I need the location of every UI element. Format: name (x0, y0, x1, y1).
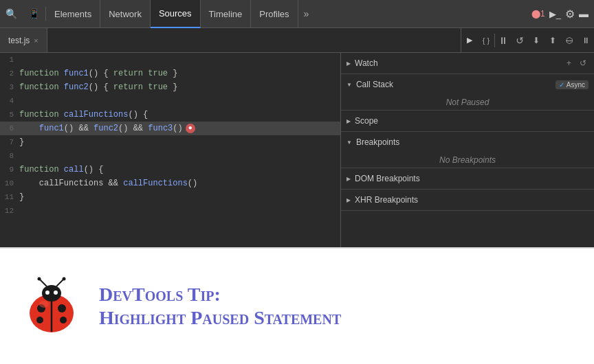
section-action-btn-1[interactable]: ↺ (578, 58, 588, 68)
debug-run-btn[interactable]: ▶ (461, 32, 478, 49)
dock-icon[interactable]: ▬ (579, 8, 588, 19)
svg-point-10 (63, 277, 66, 281)
code-line-6: 6 func1() && func2() && func3()● (0, 122, 340, 135)
step-out-btn[interactable]: ⬆ (544, 32, 561, 49)
async-badge[interactable]: ✓Async (556, 80, 588, 89)
step-over-btn[interactable]: ↻ (512, 32, 528, 49)
section-header-call-stack[interactable]: ▼Call Stack✓Async (341, 74, 594, 95)
code-line-7: 7} (0, 135, 340, 149)
section-header-breakpoints[interactable]: ▼Breakpoints (341, 132, 594, 152)
svg-point-6 (60, 317, 67, 323)
code-line-1: 1 (0, 53, 340, 67)
tip-label: DevTools Tip: (99, 283, 341, 306)
debug-controls: ▶ { } ⏸ ↻ ⬇ ⬆ ⬡ ⏸ (461, 28, 594, 52)
section-label: Watch (355, 58, 378, 68)
section-body-breakpoints: No Breakpoints (341, 152, 594, 168)
svg-point-4 (58, 304, 66, 312)
svg-point-13 (39, 301, 49, 308)
code-line-5: 5function callFunctions() { (0, 108, 340, 122)
devtools-toolbar: 🔍 📱 Elements Network Sources Timeline Pr… (0, 0, 594, 28)
toolbar-right: ⬤1 ▶_ ⚙ ▬ (531, 8, 594, 21)
section-breakpoints: ▼BreakpointsNo Breakpoints (341, 132, 594, 168)
code-line-3: 3function func2() { return true } (0, 80, 340, 94)
file-tabbar: test.js × ▶ { } ⏸ ↻ ⬇ ⬆ ⬡ ⏸ (0, 28, 594, 53)
search-icon[interactable]: 🔍 (0, 8, 23, 19)
svg-point-11 (45, 291, 50, 295)
check-icon: ✓ (559, 81, 564, 89)
tab-sources[interactable]: Sources (151, 0, 201, 28)
section-action-btn-0[interactable]: + (564, 58, 573, 68)
section-scope: ▶Scope (341, 111, 594, 132)
section-body-call-stack: Not Paused (341, 95, 594, 110)
section-header-watch[interactable]: ▶Watch+↺ (341, 53, 594, 73)
svg-line-7 (40, 280, 47, 286)
section-label: Call Stack (356, 80, 393, 89)
section-label: Breakpoints (356, 137, 399, 147)
code-panel: 12function func1() { return true }3funct… (0, 53, 341, 247)
mobile-icon[interactable]: 📱 (23, 8, 45, 19)
settings-icon[interactable]: ⚙ (565, 8, 575, 21)
file-tab-name: test.js (8, 36, 30, 45)
file-tab-close[interactable]: × (34, 36, 38, 45)
pause-exception-btn[interactable]: ⏸ (578, 32, 594, 49)
section-call-stack: ▼Call Stack✓AsyncNot Paused (341, 74, 594, 111)
code-line-4: 4 (0, 94, 340, 108)
code-line-9: 9function call() { (0, 163, 340, 177)
svg-point-12 (54, 291, 58, 295)
section-header-xhr-breakpoints[interactable]: ▶XHR Breakpoints (341, 190, 594, 210)
triangle-icon: ▶ (346, 60, 351, 67)
triangle-icon: ▶ (346, 197, 351, 203)
debug-format-btn[interactable]: { } (478, 32, 494, 49)
tab-profiles[interactable]: Profiles (251, 0, 298, 28)
svg-point-8 (38, 277, 41, 281)
section-label: XHR Breakpoints (355, 195, 418, 205)
triangle-icon: ▼ (346, 82, 352, 88)
tip-text: DevTools Tip: Highlight Paused Statement (99, 283, 341, 329)
code-line-10: 10 callFunctions && callFunctions() (0, 177, 340, 190)
deactivate-btn[interactable]: ⬡ (561, 32, 578, 49)
file-tab-testjs[interactable]: test.js × (0, 28, 47, 52)
code-line-11: 11} (0, 190, 340, 204)
right-panel: ▶Watch+↺▼Call Stack✓AsyncNot Paused▶Scop… (341, 53, 594, 247)
error-badge: ⬤1 (531, 9, 545, 19)
triangle-icon: ▶ (346, 176, 351, 182)
tab-elements[interactable]: Elements (46, 0, 100, 28)
svg-point-5 (36, 317, 43, 323)
section-dom-breakpoints: ▶DOM Breakpoints (341, 168, 594, 190)
more-tabs-icon[interactable]: » (298, 8, 315, 19)
section-header-dom-breakpoints[interactable]: ▶DOM Breakpoints (341, 168, 594, 189)
step-into-btn[interactable]: ⬇ (528, 32, 544, 49)
code-line-2: 2function func1() { return true } (0, 67, 340, 80)
terminal-icon[interactable]: ▶_ (549, 9, 561, 19)
section-xhr-breakpoints: ▶XHR Breakpoints (341, 190, 594, 211)
main-area: 12function func1() { return true }3funct… (0, 53, 594, 247)
ladybug-icon (21, 275, 82, 337)
triangle-icon: ▶ (346, 118, 351, 124)
section-actions: +↺ (564, 58, 588, 68)
async-label: Async (566, 81, 585, 89)
code-line-8: 8 (0, 149, 340, 163)
tab-timeline[interactable]: Timeline (201, 0, 252, 28)
section-header-scope[interactable]: ▶Scope (341, 111, 594, 131)
pause-btn[interactable]: ⏸ (495, 32, 512, 49)
triangle-icon: ▼ (346, 139, 352, 146)
code-content: 12function func1() { return true }3funct… (0, 53, 340, 218)
svg-line-9 (56, 280, 63, 286)
tip-area: DevTools Tip: Highlight Paused Statement (0, 247, 594, 364)
tip-title: Highlight Paused Statement (99, 306, 341, 330)
section-watch: ▶Watch+↺ (341, 53, 594, 74)
section-label: DOM Breakpoints (355, 174, 420, 183)
error-indicator: ● (186, 124, 195, 133)
tab-network[interactable]: Network (100, 0, 151, 28)
section-label: Scope (355, 116, 378, 126)
code-line-12: 12 (0, 204, 340, 218)
